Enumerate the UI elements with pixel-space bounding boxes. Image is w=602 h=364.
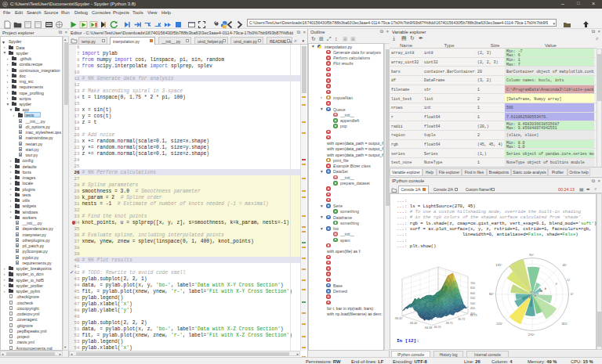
svg-text:180°: 180° <box>489 292 494 296</box>
svg-text:36.73: 36.73 <box>470 314 477 317</box>
svg-text:12: 12 <box>567 278 570 281</box>
svg-text:-84.38: -84.38 <box>424 326 432 330</box>
svg-text:700: 700 <box>470 282 475 285</box>
svg-text:135°: 135° <box>495 262 502 266</box>
svg-text:-84.40: -84.40 <box>409 322 417 325</box>
svg-text:4: 4 <box>544 287 546 290</box>
svg-text:500: 500 <box>470 302 475 305</box>
svg-text:45°: 45° <box>562 262 567 266</box>
svg-text:90°: 90° <box>528 253 533 257</box>
svg-text:270°: 270° <box>528 332 535 336</box>
svg-text:36.71: 36.71 <box>446 322 453 325</box>
svg-text:600: 600 <box>470 292 475 295</box>
svg-text:-84.42: -84.42 <box>394 317 402 320</box>
svg-text:550: 550 <box>470 297 475 300</box>
svg-text:8: 8 <box>555 283 557 286</box>
svg-text:36.72: 36.72 <box>458 318 465 321</box>
svg-text:0°: 0° <box>571 292 574 296</box>
svg-text:315°: 315° <box>561 322 568 326</box>
svg-text:450: 450 <box>470 307 475 310</box>
svg-text:650: 650 <box>470 287 475 290</box>
svg-text:225°: 225° <box>496 322 503 326</box>
svg-text:36.70: 36.70 <box>434 326 441 329</box>
